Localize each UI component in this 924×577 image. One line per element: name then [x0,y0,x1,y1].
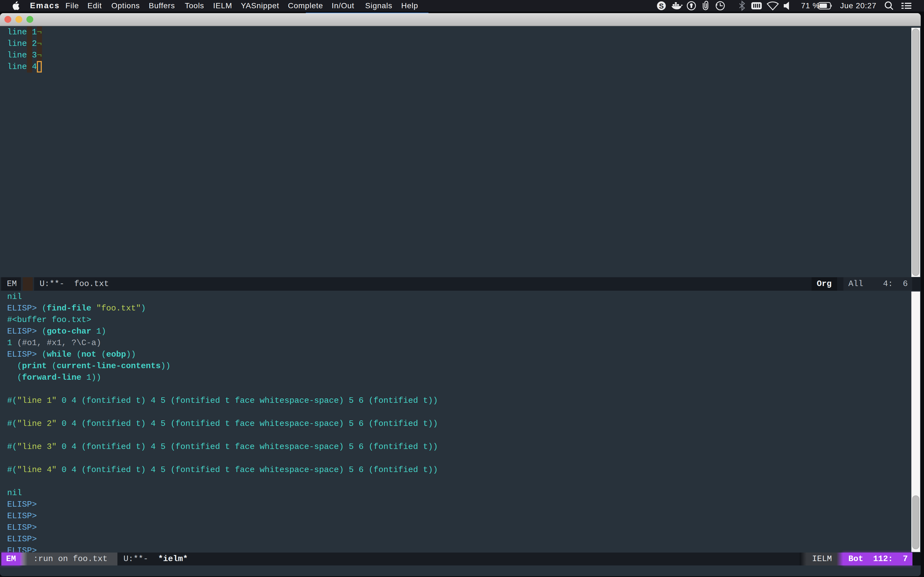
svg-text:S: S [659,2,664,10]
